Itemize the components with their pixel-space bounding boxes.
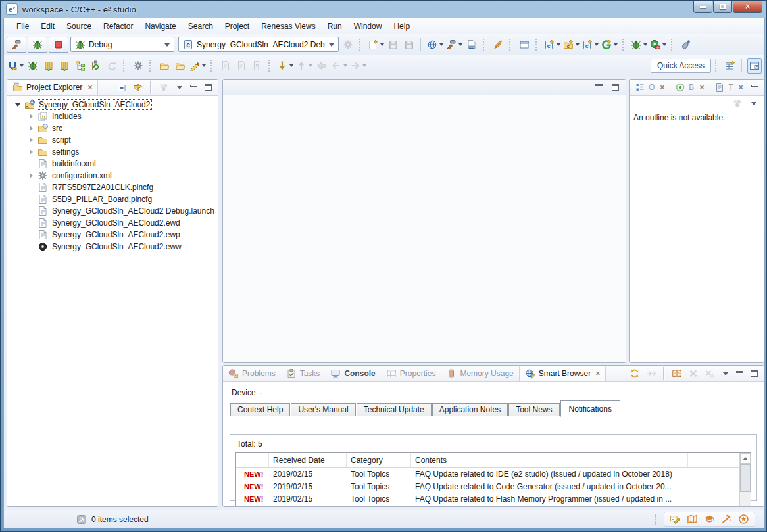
- menu-renesas-views[interactable]: Renesas Views: [255, 20, 322, 33]
- handcard-icon[interactable]: [670, 514, 681, 525]
- new-c-project-icon[interactable]: [543, 37, 561, 53]
- tree-item[interactable]: settings: [7, 146, 218, 158]
- drag-handle[interactable]: [655, 514, 658, 525]
- tree-item[interactable]: Synergy_GCloudSln_AECloud2: [7, 99, 218, 110]
- memory-monitor-icon[interactable]: [57, 58, 72, 74]
- expander-icon[interactable]: [28, 208, 35, 214]
- open-perspective-icon[interactable]: [723, 58, 737, 74]
- subtab-notifications[interactable]: Notifications: [560, 400, 620, 417]
- next-annotation-icon[interactable]: [276, 58, 294, 74]
- expander-icon[interactable]: [28, 113, 35, 120]
- menu-navigate[interactable]: Navigate: [139, 20, 182, 33]
- tree-item[interactable]: src: [7, 122, 218, 134]
- debug-history-icon[interactable]: [630, 37, 648, 53]
- expander-icon[interactable]: [28, 137, 35, 143]
- run-history-icon[interactable]: [649, 37, 667, 53]
- menu-run[interactable]: Run: [322, 20, 348, 33]
- tree-item[interactable]: Includes: [7, 110, 218, 122]
- menu-refactor[interactable]: Refactor: [97, 20, 139, 33]
- tab-breakpoints[interactable]: B ×: [670, 80, 709, 95]
- tab-memory-usage[interactable]: Memory Usage ×: [441, 366, 518, 381]
- scrollbar-thumb[interactable]: [740, 464, 751, 492]
- tab-properties[interactable]: Properties ×: [381, 366, 441, 381]
- separator[interactable]: [663, 367, 665, 380]
- menu-search[interactable]: Search: [182, 20, 219, 33]
- close-window-button[interactable]: ×: [733, 1, 762, 13]
- close-icon[interactable]: ×: [595, 369, 600, 378]
- launch-config-combo[interactable]: Synergy_GCloudSln_AECloud2 Deb: [178, 37, 339, 52]
- menu-edit[interactable]: Edit: [35, 20, 61, 33]
- menu-source[interactable]: Source: [61, 20, 97, 33]
- last-edit-location-icon[interactable]: [218, 58, 233, 74]
- table-row[interactable]: NEW! 2019/02/15 Tool Topics FAQ Update r…: [236, 480, 751, 493]
- separator[interactable]: [671, 39, 675, 51]
- marker-pen-icon[interactable]: [189, 58, 207, 74]
- separator[interactable]: [741, 59, 743, 72]
- save-icon[interactable]: [386, 37, 401, 53]
- menu-project[interactable]: Project: [219, 20, 255, 33]
- menu-window[interactable]: Window: [348, 20, 388, 33]
- remove-icon[interactable]: [686, 368, 701, 380]
- separator[interactable]: [149, 60, 153, 72]
- table-row[interactable]: NEW! 2019/02/15 Tool Topics FAQ Update r…: [236, 468, 751, 480]
- tab-tasks[interactable]: Tasks ×: [281, 366, 326, 381]
- remove-all-icon[interactable]: [703, 368, 717, 380]
- build-all-icon[interactable]: [445, 37, 463, 53]
- subtab-application-notes[interactable]: Application Notes: [432, 403, 508, 416]
- starcircle-icon[interactable]: [738, 514, 749, 525]
- separator[interactable]: [535, 39, 539, 51]
- expander-icon[interactable]: [28, 160, 35, 167]
- new-window-icon[interactable]: [517, 37, 532, 53]
- tab-project-explorer[interactable]: Project Explorer ×: [7, 80, 98, 95]
- tab-outline[interactable]: O ×: [630, 80, 670, 95]
- quick-access-button[interactable]: Quick Access: [651, 59, 711, 73]
- configuration-icon[interactable]: [131, 58, 145, 74]
- view-menu-icon[interactable]: [731, 97, 743, 110]
- tree-item[interactable]: buildinfo.xml: [7, 158, 218, 170]
- close-icon[interactable]: ×: [660, 83, 664, 92]
- debug-button[interactable]: [28, 37, 47, 53]
- expander-icon[interactable]: [28, 172, 35, 179]
- launch-mode-combo[interactable]: Debug: [70, 37, 174, 52]
- maximize-view-button[interactable]: [748, 368, 760, 380]
- search-flashlight-icon[interactable]: [679, 37, 693, 53]
- tree-item[interactable]: S5D9_PILLAR_Board.pincfg: [7, 193, 218, 205]
- close-icon[interactable]: ×: [699, 83, 704, 92]
- subtab-tool-news[interactable]: Tool News: [508, 403, 559, 416]
- expander-icon[interactable]: [28, 125, 35, 132]
- separator[interactable]: [123, 60, 127, 72]
- web-browser-icon[interactable]: [426, 37, 444, 53]
- binary-utilities-icon[interactable]: [464, 37, 479, 53]
- restart-debug-icon[interactable]: [26, 58, 40, 74]
- scroll-up-button[interactable]: [740, 453, 751, 464]
- separator[interactable]: [483, 39, 487, 51]
- gradcap-icon[interactable]: [704, 514, 715, 525]
- minimize-view-button[interactable]: [749, 82, 761, 94]
- subtab-context-help[interactable]: Context Help: [230, 403, 290, 416]
- tab-console[interactable]: Console ×: [325, 366, 380, 381]
- previous-annotation-icon[interactable]: [295, 58, 313, 74]
- separator[interactable]: [210, 60, 214, 72]
- save-all-icon[interactable]: [402, 37, 416, 53]
- new-wizard-icon[interactable]: [367, 37, 385, 53]
- editor-empty-area[interactable]: [223, 95, 626, 362]
- separator[interactable]: [622, 39, 626, 51]
- tree-item[interactable]: Synergy_GCloudSln_AECloud2.ewp: [7, 229, 218, 241]
- show-source-icon[interactable]: [234, 58, 249, 74]
- new-c-source-icon[interactable]: [581, 37, 599, 53]
- refresh-views-icon[interactable]: [89, 58, 103, 74]
- close-icon[interactable]: ×: [87, 83, 92, 92]
- subtab-technical-update[interactable]: Technical Update: [357, 403, 432, 416]
- table-row[interactable]: NEW! 2019/02/15 Tool Topics FAQ Update r…: [236, 505, 751, 506]
- wand-icon[interactable]: [721, 514, 732, 525]
- column-received-date[interactable]: Received Date: [269, 453, 347, 467]
- last-edit-icon[interactable]: [314, 58, 329, 74]
- feed-icon[interactable]: [76, 514, 87, 525]
- table-row[interactable]: NEW! 2019/02/15 Tool Topics FAQ Update r…: [236, 493, 751, 505]
- maximize-view-button[interactable]: [202, 82, 214, 94]
- tab-templates[interactable]: T ×: [709, 80, 748, 95]
- code-generator-icon[interactable]: [601, 37, 618, 53]
- separator[interactable]: [509, 39, 513, 51]
- refresh-icon[interactable]: [628, 368, 642, 380]
- bookmap-icon[interactable]: [687, 514, 698, 525]
